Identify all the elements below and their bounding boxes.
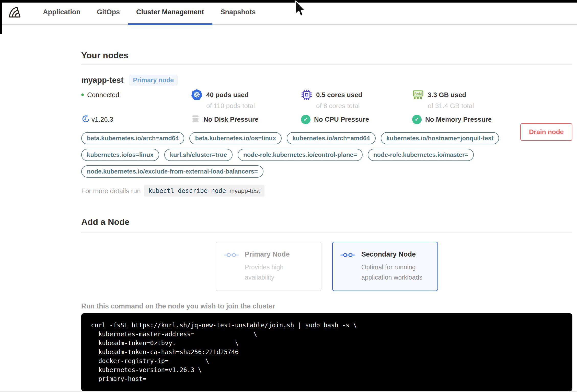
memory-used: 3.3 GB used [428, 89, 474, 100]
primary-node-description: Provides high availability [245, 262, 309, 282]
replicated-logo-icon[interactable] [7, 0, 22, 24]
kubernetes-version: v1.26.3 [81, 113, 191, 125]
connected-label: Connected [87, 91, 119, 99]
tab-gitops[interactable]: GitOps [89, 0, 128, 24]
connected-dot-icon [81, 94, 84, 96]
ram-icon: RAM [412, 89, 424, 101]
cores-stat: 0.5 cores used of 8 cores total [301, 89, 412, 110]
top-navbar: Application GitOps Cluster Management Sn… [0, 0, 577, 25]
secondary-node-description: Optimal for running application workload… [361, 262, 425, 282]
command-line: primary-host= [91, 375, 563, 384]
node-status: Connected [81, 89, 191, 100]
memory-stat: RAM 3.3 GB used of 31.4 GB total [412, 89, 555, 110]
svg-text:RAM: RAM [414, 92, 422, 96]
secondary-node-option[interactable]: Secondary Node Optimal for running appli… [332, 242, 438, 291]
node-label-tag: node-role.kubernetes.io/master= [368, 149, 474, 161]
version-refresh-icon [81, 114, 90, 124]
node-label-tag: beta.kubernetes.io/os=linux [189, 132, 282, 144]
node-stats-grid: Connected ☸ 40 pods used of 110 pods tot… [81, 89, 572, 125]
kubectl-command: kubectl describe node [148, 187, 226, 194]
tab-cluster-management[interactable]: Cluster Management [128, 0, 212, 24]
pods-stat: ☸ 40 pods used of 110 pods total [191, 89, 301, 110]
node-label-tag: node.kubernetes.io/exclude-from-external… [81, 165, 263, 178]
version-label: v1.26.3 [91, 116, 113, 123]
section-divider [81, 233, 572, 233]
node-name: myapp-test [81, 76, 123, 85]
kubernetes-icon: ☸ [191, 89, 202, 100]
join-command-terminal: curl -fsSL https://kurl.sh/jq-new-test-u… [81, 313, 572, 391]
cores-total: of 8 cores total [316, 102, 362, 110]
screen-top-black-bar [0, 0, 577, 3]
memory-pressure-label: No Memory Pressure [425, 116, 492, 123]
primary-node-option[interactable]: Primary Node Provides high availability [216, 242, 321, 291]
node-label-tag: beta.kubernetes.io/arch=amd64 [81, 132, 184, 144]
node-label-tag: node-role.kubernetes.io/control-plane= [238, 149, 363, 161]
drain-node-button[interactable]: Drain node [520, 123, 572, 141]
node-label-tag: kubernetes.io/os=linux [81, 149, 159, 161]
join-command-instruction: Run this command on the node you wish to… [81, 302, 572, 310]
command-line: curl -fsSL https://kurl.sh/jq-new-test-u… [91, 321, 563, 330]
command-line: kubernetes-version=v1.26.3 \ [91, 366, 563, 375]
cpu-pressure-label: No CPU Pressure [314, 116, 369, 123]
disk-pressure-condition: No Disk Pressure [191, 113, 301, 125]
node-details-hint: For more details run kubectl describe no… [81, 185, 572, 197]
your-nodes-heading: Your nodes [81, 50, 572, 60]
main-content: Your nodes myapp-test Primary node Conne… [81, 50, 572, 392]
secondary-node-title: Secondary Node [361, 250, 425, 258]
command-line: docker-registry-ip= \ [91, 357, 563, 366]
screen-left-black-strip [0, 0, 2, 34]
tab-label: Cluster Management [136, 8, 204, 16]
node-label-tag: kubernetes.io/hostname=jonquil-test [381, 132, 499, 144]
tab-label: Snapshots [221, 8, 256, 16]
command-line: kubeadm-token-ca-hash=sha256:221d25746 [91, 348, 563, 357]
tab-snapshots[interactable]: Snapshots [212, 0, 264, 24]
cores-used: 0.5 cores used [316, 89, 362, 100]
node-link-icon [224, 251, 239, 260]
disk-icon [191, 114, 200, 124]
check-icon: ✓ [412, 115, 422, 124]
primary-node-badge: Primary node [129, 75, 178, 86]
kubectl-command-node: myapp-test [229, 187, 260, 194]
node-card: myapp-test Primary node Connected ☸ 40 p… [81, 75, 572, 197]
section-divider [81, 64, 572, 65]
cpu-icon [301, 89, 312, 101]
tab-label: GitOps [97, 8, 120, 16]
check-icon: ✓ [301, 115, 310, 124]
disk-pressure-label: No Disk Pressure [203, 116, 258, 123]
node-labels: beta.kubernetes.io/arch=amd64 beta.kuber… [81, 132, 531, 178]
add-node-heading: Add a Node [81, 217, 572, 227]
cpu-pressure-condition: ✓ No CPU Pressure [301, 113, 412, 125]
nav-tabs: Application GitOps Cluster Management Sn… [35, 0, 264, 24]
node-link-icon [340, 251, 355, 260]
node-label-tag: kubernetes.io/arch=amd64 [287, 132, 375, 144]
details-prefix: For more details run [81, 187, 141, 195]
memory-total: of 31.4 GB total [428, 102, 474, 110]
node-label-tag: kurl.sh/cluster=true [164, 149, 233, 161]
node-type-options: Primary Node Provides high availability … [81, 242, 572, 291]
command-line: kubeadm-token=0ztbvy. \ [91, 339, 563, 348]
tab-application[interactable]: Application [35, 0, 89, 24]
command-line: kubernetes-master-address= \ [91, 330, 563, 339]
tab-label: Application [43, 8, 80, 16]
pods-total: of 110 pods total [206, 102, 255, 110]
active-tab-underline [128, 23, 212, 25]
kubectl-command-chip: kubectl describe node myapp-test [144, 185, 264, 197]
pods-used: 40 pods used [206, 89, 255, 100]
primary-node-title: Primary Node [245, 250, 309, 258]
